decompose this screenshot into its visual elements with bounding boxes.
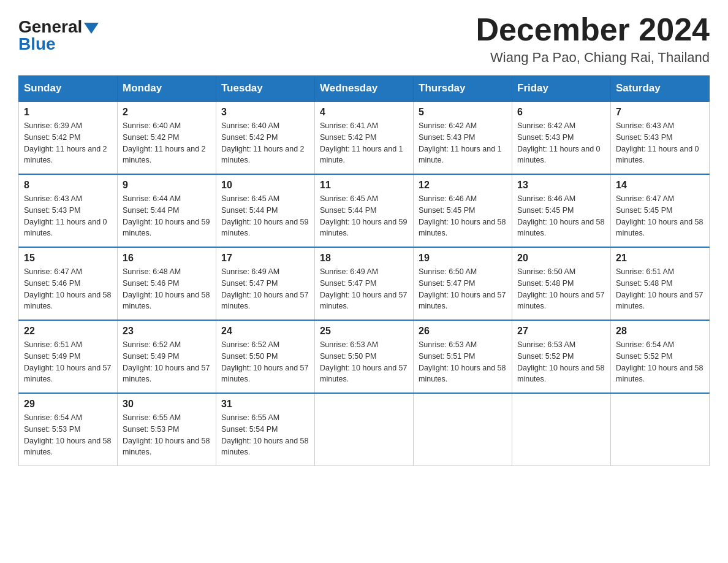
day-number: 3	[221, 107, 309, 118]
day-number: 12	[419, 180, 507, 191]
day-info: Sunrise: 6:50 AMSunset: 5:48 PMDaylight:…	[517, 266, 605, 312]
day-info: Sunrise: 6:53 AMSunset: 5:51 PMDaylight:…	[419, 339, 507, 385]
day-number: 16	[123, 253, 211, 264]
day-info: Sunrise: 6:55 AMSunset: 5:54 PMDaylight:…	[221, 412, 309, 458]
calendar-cell	[414, 393, 512, 466]
calendar-cell: 11Sunrise: 6:45 AMSunset: 5:44 PMDayligh…	[315, 174, 414, 247]
calendar-cell: 4Sunrise: 6:41 AMSunset: 5:42 PMDaylight…	[315, 101, 414, 174]
calendar-cell	[611, 393, 710, 466]
calendar-cell: 21Sunrise: 6:51 AMSunset: 5:48 PMDayligh…	[611, 247, 710, 320]
calendar-cell: 25Sunrise: 6:53 AMSunset: 5:50 PMDayligh…	[315, 320, 414, 393]
day-number: 22	[24, 326, 112, 337]
col-header-monday: Monday	[118, 76, 216, 102]
day-info: Sunrise: 6:45 AMSunset: 5:44 PMDaylight:…	[320, 193, 408, 239]
calendar-cell: 29Sunrise: 6:54 AMSunset: 5:53 PMDayligh…	[19, 393, 118, 466]
calendar-cell: 9Sunrise: 6:44 AMSunset: 5:44 PMDaylight…	[118, 174, 216, 247]
calendar-cell: 13Sunrise: 6:46 AMSunset: 5:45 PMDayligh…	[512, 174, 611, 247]
calendar-cell: 7Sunrise: 6:43 AMSunset: 5:43 PMDaylight…	[611, 101, 710, 174]
day-number: 19	[419, 253, 507, 264]
logo: General Blue	[18, 18, 99, 53]
col-header-sunday: Sunday	[19, 76, 118, 102]
calendar-cell: 12Sunrise: 6:46 AMSunset: 5:45 PMDayligh…	[414, 174, 512, 247]
day-number: 10	[221, 180, 309, 191]
day-info: Sunrise: 6:51 AMSunset: 5:48 PMDaylight:…	[616, 266, 704, 312]
day-info: Sunrise: 6:45 AMSunset: 5:44 PMDaylight:…	[221, 193, 309, 239]
day-info: Sunrise: 6:52 AMSunset: 5:49 PMDaylight:…	[123, 339, 211, 385]
calendar-cell: 20Sunrise: 6:50 AMSunset: 5:48 PMDayligh…	[512, 247, 611, 320]
calendar-week-row: 29Sunrise: 6:54 AMSunset: 5:53 PMDayligh…	[19, 393, 710, 466]
location-title: Wiang Pa Pao, Chiang Rai, Thailand	[476, 50, 710, 66]
calendar-week-row: 1Sunrise: 6:39 AMSunset: 5:42 PMDaylight…	[19, 101, 710, 174]
logo-blue-text: Blue	[18, 36, 56, 53]
day-info: Sunrise: 6:43 AMSunset: 5:43 PMDaylight:…	[616, 120, 704, 166]
calendar-cell: 30Sunrise: 6:55 AMSunset: 5:53 PMDayligh…	[118, 393, 216, 466]
day-info: Sunrise: 6:40 AMSunset: 5:42 PMDaylight:…	[123, 120, 211, 166]
day-info: Sunrise: 6:39 AMSunset: 5:42 PMDaylight:…	[24, 120, 112, 166]
col-header-thursday: Thursday	[414, 76, 512, 102]
calendar-cell: 18Sunrise: 6:49 AMSunset: 5:47 PMDayligh…	[315, 247, 414, 320]
day-info: Sunrise: 6:47 AMSunset: 5:45 PMDaylight:…	[616, 193, 704, 239]
calendar-table: SundayMondayTuesdayWednesdayThursdayFrid…	[18, 75, 710, 466]
logo-general-word: General	[18, 18, 82, 36]
calendar-week-row: 8Sunrise: 6:43 AMSunset: 5:43 PMDaylight…	[19, 174, 710, 247]
day-number: 30	[123, 399, 211, 410]
day-info: Sunrise: 6:42 AMSunset: 5:43 PMDaylight:…	[517, 120, 605, 166]
day-number: 8	[24, 180, 112, 191]
day-number: 4	[320, 107, 408, 118]
day-number: 21	[616, 253, 704, 264]
calendar-cell: 31Sunrise: 6:55 AMSunset: 5:54 PMDayligh…	[216, 393, 315, 466]
day-number: 28	[616, 326, 704, 337]
page-header: General Blue December 2024 Wiang Pa Pao,…	[18, 12, 710, 66]
day-info: Sunrise: 6:43 AMSunset: 5:43 PMDaylight:…	[24, 193, 112, 239]
day-info: Sunrise: 6:49 AMSunset: 5:47 PMDaylight:…	[320, 266, 408, 312]
calendar-cell: 1Sunrise: 6:39 AMSunset: 5:42 PMDaylight…	[19, 101, 118, 174]
day-number: 15	[24, 253, 112, 264]
day-info: Sunrise: 6:55 AMSunset: 5:53 PMDaylight:…	[123, 412, 211, 458]
calendar-header-row: SundayMondayTuesdayWednesdayThursdayFrid…	[19, 76, 710, 102]
day-number: 13	[517, 180, 605, 191]
day-number: 1	[24, 107, 112, 118]
col-header-tuesday: Tuesday	[216, 76, 315, 102]
day-info: Sunrise: 6:51 AMSunset: 5:49 PMDaylight:…	[24, 339, 112, 385]
calendar-cell: 26Sunrise: 6:53 AMSunset: 5:51 PMDayligh…	[414, 320, 512, 393]
day-info: Sunrise: 6:47 AMSunset: 5:46 PMDaylight:…	[24, 266, 112, 312]
month-title: December 2024	[476, 12, 710, 47]
day-info: Sunrise: 6:42 AMSunset: 5:43 PMDaylight:…	[419, 120, 507, 166]
calendar-cell: 2Sunrise: 6:40 AMSunset: 5:42 PMDaylight…	[118, 101, 216, 174]
day-number: 29	[24, 399, 112, 410]
calendar-cell: 5Sunrise: 6:42 AMSunset: 5:43 PMDaylight…	[414, 101, 512, 174]
calendar-cell	[315, 393, 414, 466]
day-number: 5	[419, 107, 507, 118]
calendar-cell: 15Sunrise: 6:47 AMSunset: 5:46 PMDayligh…	[19, 247, 118, 320]
calendar-cell: 16Sunrise: 6:48 AMSunset: 5:46 PMDayligh…	[118, 247, 216, 320]
day-number: 31	[221, 399, 309, 410]
calendar-cell: 23Sunrise: 6:52 AMSunset: 5:49 PMDayligh…	[118, 320, 216, 393]
day-number: 25	[320, 326, 408, 337]
calendar-cell: 17Sunrise: 6:49 AMSunset: 5:47 PMDayligh…	[216, 247, 315, 320]
calendar-cell	[512, 393, 611, 466]
day-number: 18	[320, 253, 408, 264]
calendar-week-row: 15Sunrise: 6:47 AMSunset: 5:46 PMDayligh…	[19, 247, 710, 320]
day-number: 14	[616, 180, 704, 191]
calendar-week-row: 22Sunrise: 6:51 AMSunset: 5:49 PMDayligh…	[19, 320, 710, 393]
day-number: 27	[517, 326, 605, 337]
day-info: Sunrise: 6:41 AMSunset: 5:42 PMDaylight:…	[320, 120, 408, 166]
day-number: 24	[221, 326, 309, 337]
day-info: Sunrise: 6:46 AMSunset: 5:45 PMDaylight:…	[419, 193, 507, 239]
day-info: Sunrise: 6:49 AMSunset: 5:47 PMDaylight:…	[221, 266, 309, 312]
logo-triangle-icon	[84, 23, 99, 34]
day-info: Sunrise: 6:46 AMSunset: 5:45 PMDaylight:…	[517, 193, 605, 239]
calendar-cell: 3Sunrise: 6:40 AMSunset: 5:42 PMDaylight…	[216, 101, 315, 174]
day-info: Sunrise: 6:53 AMSunset: 5:50 PMDaylight:…	[320, 339, 408, 385]
day-info: Sunrise: 6:48 AMSunset: 5:46 PMDaylight:…	[123, 266, 211, 312]
logo-general-text: General	[18, 18, 99, 36]
calendar-cell: 10Sunrise: 6:45 AMSunset: 5:44 PMDayligh…	[216, 174, 315, 247]
calendar-cell: 19Sunrise: 6:50 AMSunset: 5:47 PMDayligh…	[414, 247, 512, 320]
calendar-cell: 24Sunrise: 6:52 AMSunset: 5:50 PMDayligh…	[216, 320, 315, 393]
calendar-cell: 27Sunrise: 6:53 AMSunset: 5:52 PMDayligh…	[512, 320, 611, 393]
calendar-cell: 8Sunrise: 6:43 AMSunset: 5:43 PMDaylight…	[19, 174, 118, 247]
calendar-cell: 14Sunrise: 6:47 AMSunset: 5:45 PMDayligh…	[611, 174, 710, 247]
day-number: 2	[123, 107, 211, 118]
day-number: 11	[320, 180, 408, 191]
col-header-friday: Friday	[512, 76, 611, 102]
